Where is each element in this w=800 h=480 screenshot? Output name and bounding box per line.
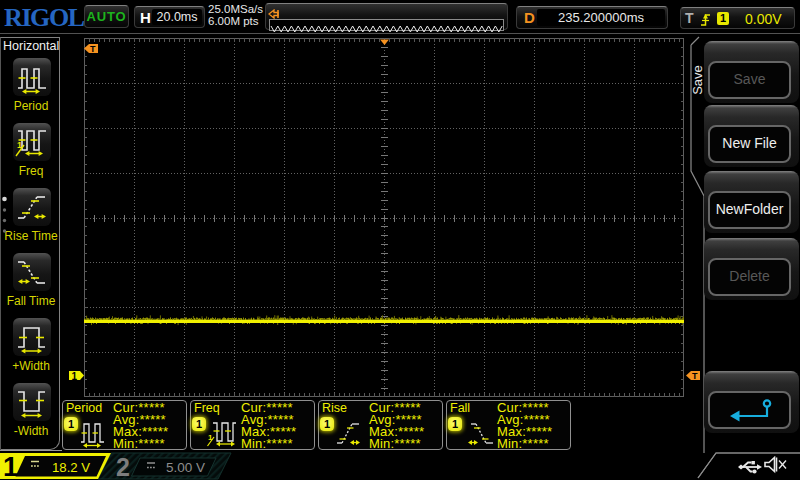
svg-text:1: 1	[72, 371, 78, 382]
svg-text:5.00 V: 5.00 V	[166, 460, 205, 475]
svg-text:T: T	[90, 44, 96, 54]
svg-text:1: 1	[3, 452, 18, 480]
svg-text:1: 1	[208, 433, 213, 442]
svg-text:2: 2	[116, 453, 130, 480]
svg-text:18.2 V: 18.2 V	[52, 460, 90, 475]
